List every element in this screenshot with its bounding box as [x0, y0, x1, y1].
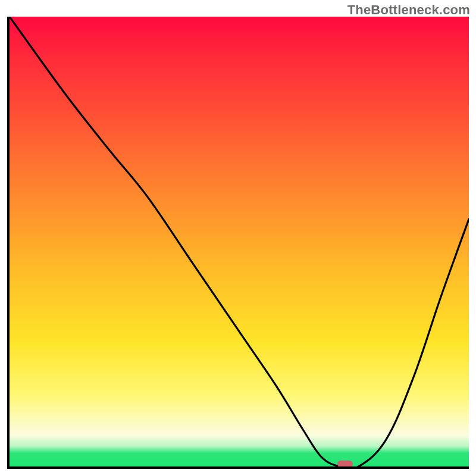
- bottleneck-curve: [10, 17, 469, 466]
- watermark-text: TheBottleneck.com: [347, 2, 470, 18]
- optimal-marker: [337, 461, 353, 468]
- plot-area: [7, 17, 469, 469]
- curve-path: [10, 17, 469, 466]
- chart-canvas: TheBottleneck.com: [0, 0, 476, 476]
